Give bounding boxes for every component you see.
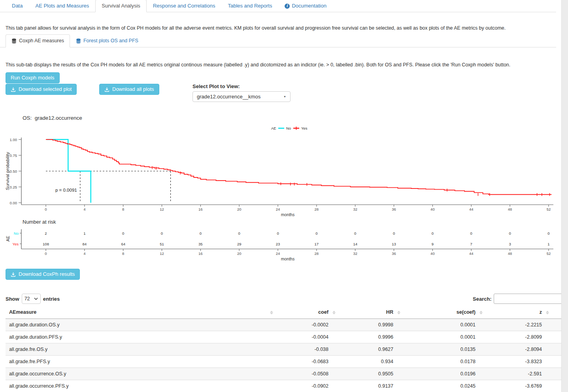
- column-header-label: HR: [386, 309, 393, 315]
- svg-text:7: 7: [470, 242, 472, 246]
- column-header-label: AEmeasure: [9, 309, 36, 315]
- cell-aemeasure: all.grade.occurrence.PFS.y: [6, 380, 276, 392]
- column-header-z[interactable]: z: [485, 306, 551, 319]
- subtab-coxph-ae-measures[interactable]: Coxph AE measures: [6, 34, 70, 47]
- column-header-se-coef[interactable]: se(coef): [403, 306, 485, 319]
- svg-text:8: 8: [122, 207, 124, 211]
- run-coxph-models-button[interactable]: Run Coxph models: [6, 72, 60, 83]
- svg-text:3: 3: [509, 242, 511, 246]
- svg-text:0: 0: [432, 231, 434, 236]
- download-icon: [104, 87, 109, 92]
- svg-text:36: 36: [392, 207, 396, 211]
- show-label: Show: [6, 296, 19, 302]
- column-header-label: coef: [318, 309, 328, 315]
- svg-text:52: 52: [547, 251, 551, 256]
- svg-text:0: 0: [315, 231, 317, 236]
- scrollbar[interactable]: [561, 0, 568, 392]
- entries-select-value: 72: [25, 296, 30, 302]
- svg-text:12: 12: [160, 251, 164, 256]
- subtab-forest-plots-os-and-pfs[interactable]: Forest plots OS and PFS: [70, 34, 144, 47]
- database-icon: [76, 38, 81, 44]
- tab-tables-and-reports[interactable]: Tables and Reports: [221, 0, 278, 12]
- svg-text:2: 2: [45, 231, 47, 236]
- svg-text:0.00: 0.00: [10, 201, 17, 205]
- table-row[interactable]: all.grade.duration.PFS.y-0.00040.99960.0…: [6, 331, 568, 343]
- table-length-control: Show 72 entries: [6, 294, 60, 304]
- sort-icon: [479, 311, 483, 314]
- plot-select-dropdown[interactable]: grade12.occurrence__kmos ▼: [192, 91, 291, 102]
- cell-hr: 0.934: [338, 356, 403, 368]
- sort-icon: [332, 311, 336, 314]
- cell-aemeasure: all.grade.fre.OS.y: [6, 343, 276, 356]
- tab-ae-plots-and-measures[interactable]: AE Plots and Measures: [29, 0, 95, 12]
- svg-text:Yes: Yes: [301, 126, 308, 130]
- svg-text:28: 28: [315, 251, 319, 256]
- search-label: Search:: [473, 296, 492, 302]
- tab-response-and-correlations[interactable]: Response and Correlations: [147, 0, 222, 12]
- svg-text:13: 13: [392, 242, 396, 246]
- cell-hr: 0.9137: [338, 380, 403, 392]
- cell-aemeasure: all.grade.occurrence.OS.y: [6, 368, 276, 380]
- column-header-hr[interactable]: HR: [338, 306, 403, 319]
- svg-text:AE: AE: [271, 126, 276, 130]
- column-header-label: se(coef): [457, 309, 476, 315]
- svg-text:0: 0: [547, 231, 549, 236]
- svg-text:0: 0: [45, 207, 47, 211]
- svg-text:52: 52: [547, 207, 551, 211]
- plot-select-value: grade12.occurrence__kmos: [197, 94, 260, 100]
- svg-text:20: 20: [237, 251, 242, 256]
- main-tab-bar: DataAE Plots and MeasuresSurvival Analys…: [0, 0, 556, 12]
- caret-down-icon: ▼: [283, 95, 286, 98]
- subtab-label: Coxph AE measures: [19, 38, 64, 44]
- column-header-coef[interactable]: coef: [276, 306, 338, 319]
- cell-se-coef: 0.0245: [403, 380, 485, 392]
- download-selected-plot-button[interactable]: Download selected plot: [6, 84, 77, 95]
- cell-coef: -0.0902: [276, 380, 338, 392]
- tab-survival-analysis[interactable]: Survival Analysis: [95, 0, 147, 12]
- search-input[interactable]: [494, 294, 564, 304]
- svg-text:20: 20: [237, 207, 242, 211]
- cell-coef: -0.0508: [276, 368, 338, 380]
- svg-text:Number at risk: Number at risk: [23, 219, 56, 225]
- table-row[interactable]: all.grade.fre.OS.y-0.0380.96270.0135-2.8…: [6, 343, 568, 356]
- svg-text:0: 0: [200, 231, 202, 236]
- table-row[interactable]: all.grade.duration.OS.y-0.00020.99980.00…: [6, 319, 568, 331]
- run-coxph-models-label: Run Coxph models: [11, 75, 55, 81]
- svg-text:0: 0: [509, 231, 511, 236]
- table-row[interactable]: all.grade.occurrence.OS.y-0.05080.95050.…: [6, 368, 568, 380]
- cell-se-coef: 0.0196: [403, 368, 485, 380]
- subtab-label: Forest plots OS and PFS: [83, 38, 138, 44]
- table-row[interactable]: all.grade.occurrence.PFS.y-0.09020.91370…: [6, 380, 568, 392]
- svg-text:months: months: [281, 212, 294, 217]
- svg-text:16: 16: [198, 207, 203, 211]
- sort-icon: [546, 311, 549, 314]
- cell-z: -2.8099: [485, 331, 551, 343]
- sub-tab-bar: Coxph AE measuresForest plots OS and PFS: [0, 35, 556, 47]
- cell-se-coef: 0.0178: [403, 356, 485, 368]
- svg-text:4: 4: [83, 251, 85, 256]
- column-header-aemeasure[interactable]: AEmeasure: [6, 306, 276, 319]
- sort-icon: [270, 311, 273, 314]
- svg-text:0.50: 0.50: [10, 169, 17, 173]
- download-all-plots-button[interactable]: Download all plots: [99, 84, 159, 95]
- download-coxph-results-button[interactable]: Download CoxPh results: [6, 269, 80, 280]
- tab-data[interactable]: Data: [6, 0, 29, 12]
- svg-text:0.25: 0.25: [10, 185, 17, 189]
- info-icon: i: [285, 4, 290, 9]
- table-body: all.grade.duration.OS.y-0.00020.99980.00…: [6, 319, 568, 392]
- tab-label: Data: [12, 3, 23, 9]
- svg-text:1.00: 1.00: [10, 138, 17, 142]
- tab-documentation[interactable]: iDocumentation: [278, 0, 332, 12]
- table-row[interactable]: all.grade.fre.PFS.y-0.06830.9340.0178-3.…: [6, 356, 568, 368]
- svg-text:24: 24: [276, 251, 280, 256]
- entries-select[interactable]: 72: [22, 294, 41, 304]
- cell-hr: 0.9627: [338, 343, 403, 356]
- chevron-down-icon: [34, 298, 38, 300]
- svg-text:28: 28: [315, 207, 319, 211]
- svg-text:p = 0.0091: p = 0.0091: [55, 188, 77, 192]
- survival-analysis-page: DataAE Plots and MeasuresSurvival Analys…: [0, 0, 568, 392]
- svg-text:0.75: 0.75: [10, 153, 17, 158]
- tab-description: This tab panel allows for survival analy…: [6, 25, 506, 31]
- svg-text:0: 0: [470, 231, 472, 236]
- svg-text:16: 16: [198, 251, 203, 256]
